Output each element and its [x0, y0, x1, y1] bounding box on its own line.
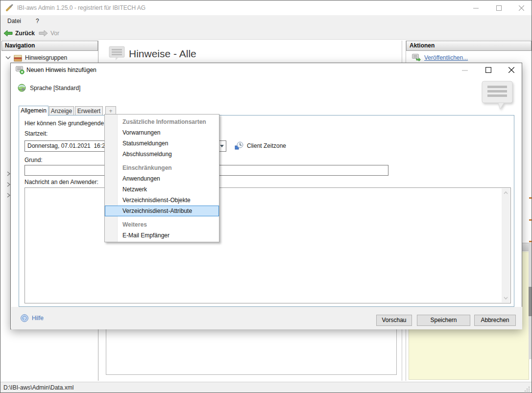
status-bar: D:\IBI-aws\Admin\Data.xml: [0, 382, 532, 393]
chevron-up-icon[interactable]: [504, 191, 508, 194]
grund-label: Grund:: [24, 157, 43, 163]
tab-allgemein[interactable]: Allgemein: [19, 106, 48, 116]
app-icon: [5, 4, 14, 12]
menu-group-header: Zusätzliche Informationsarten: [105, 116, 219, 127]
startzeit-label: Startzeit:: [24, 130, 48, 137]
speichern-button[interactable]: Speichern: [417, 315, 470, 326]
maximize-button[interactable]: [490, 0, 507, 15]
intro-text: Hier können Sie grundlegende Ei: [24, 120, 111, 127]
minimize-button[interactable]: [467, 0, 484, 15]
hinweise-bubble-icon: [109, 46, 125, 61]
chevron-down-icon[interactable]: [504, 297, 508, 300]
tab-erweitert[interactable]: Erweitert: [75, 106, 103, 116]
startzeit-value: Donnerstag, 07.01.2021 16:21: [27, 142, 108, 149]
add-hinweis-dialog: Neuen Hinweis hinzufügen Sprache [Standa…: [10, 63, 522, 329]
vorschau-button[interactable]: Vorschau: [376, 315, 412, 326]
menu-group-header: Einschränkungen: [105, 162, 219, 173]
sidebar-item-label: Hinweisgruppen: [25, 54, 67, 61]
globe-icon: [18, 84, 26, 92]
help-label: Hilfe: [32, 315, 44, 322]
client-zeitzone-row: Client Zeitzone: [235, 141, 286, 150]
allgemein-tab-page: Hier können Sie grundlegende Ei Startzei…: [19, 115, 514, 307]
forward-button[interactable]: Vor: [39, 27, 59, 40]
back-label: Zurück: [15, 30, 35, 37]
publish-link: Veröffentlichen...: [424, 54, 468, 61]
menu-datei[interactable]: Datei: [7, 15, 21, 27]
language-selector[interactable]: Sprache [Standard]: [18, 84, 80, 92]
menu-help[interactable]: ?: [36, 15, 39, 27]
nachricht-label: Nachricht an den Anwender:: [24, 179, 98, 185]
page-title: Hinweise - Alle: [129, 48, 196, 60]
scroll-mark: [529, 219, 532, 221]
hinweisgruppen-icon: [14, 54, 22, 62]
menu-item-statusmeldungen[interactable]: Statusmeldungen: [105, 138, 219, 149]
menu-group-header: Weiteres: [105, 219, 219, 230]
nachricht-textarea[interactable]: [24, 187, 511, 303]
sidebar-item-hinweisgruppen[interactable]: Hinweisgruppen: [1, 53, 67, 63]
status-file-path: D:\IBI-aws\Admin\Data.xml: [3, 382, 73, 393]
dialog-minimize-button: [459, 64, 471, 76]
menu-item-anwendungen[interactable]: Anwendungen: [105, 173, 219, 184]
publish-icon: [412, 54, 421, 61]
svg-text:?: ?: [23, 316, 26, 321]
abbrechen-button[interactable]: Abbrechen: [474, 315, 516, 326]
menu-item-verzeichnisdienst-attribute[interactable]: Verzeichnisdienst-Attribute: [105, 206, 219, 216]
language-label: Sprache [Standard]: [30, 85, 80, 92]
dialog-title: Neuen Hinweis hinzufügen: [26, 63, 97, 77]
menu-item-email-empfaenger[interactable]: E-Mail Empfänger: [105, 230, 219, 241]
back-button[interactable]: Zurück: [3, 27, 35, 40]
timezone-clock-icon: [235, 141, 243, 150]
dropdown-arrow-icon: [220, 145, 224, 147]
toolbar: Zurück Vor: [0, 27, 532, 40]
window-title: IBI-aws Admin 1.25.0 - registriert für I…: [17, 0, 145, 15]
resize-grip[interactable]: [524, 386, 530, 392]
help-icon: ?: [21, 314, 28, 322]
client-zeitzone-label: Client Zeitzone: [247, 142, 286, 149]
app-window: IBI-aws Admin 1.25.0 - registriert für I…: [0, 0, 532, 393]
watermark-bubble-icon: [482, 81, 514, 110]
forward-arrow-icon: [39, 30, 48, 37]
navigation-header: Navigation: [1, 41, 98, 51]
main-titlebar: IBI-aws Admin 1.25.0 - registriert für I…: [0, 0, 532, 15]
menu-item-abschlussmeldung[interactable]: Abschlussmeldung: [105, 149, 219, 160]
scroll-mark: [529, 241, 532, 242]
tab-anzeige[interactable]: Anzeige: [49, 106, 74, 116]
publish-action[interactable]: Veröffentlichen...: [412, 54, 468, 61]
dialog-footer: ? Hilfe Vorschau Speichern Abbrechen: [11, 307, 522, 329]
scroll-mark: [529, 197, 532, 199]
menu-item-verzeichnisdienst-objekte[interactable]: Verzeichnisdienst-Objekte: [105, 195, 219, 206]
dialog-close-button[interactable]: [506, 64, 517, 76]
information-type-menu: Zusätzliche Informationsarten Vorwarnung…: [104, 114, 219, 242]
forward-label: Vor: [50, 30, 59, 37]
dialog-maximize-button[interactable]: [483, 64, 494, 76]
actions-header: Aktionen: [406, 41, 532, 51]
dialog-bubble-add-icon: [16, 66, 24, 74]
help-link[interactable]: ? Hilfe: [21, 314, 44, 322]
menu-bar: Datei ?: [0, 15, 532, 27]
textarea-scrollbar[interactable]: [502, 188, 510, 302]
back-arrow-icon: [3, 30, 13, 37]
menu-item-vorwarnungen[interactable]: Vorwarnungen: [105, 127, 219, 138]
chevron-down-icon: [5, 56, 11, 60]
right-scrollbar-thumb[interactable]: [529, 287, 532, 316]
menu-item-netzwerk[interactable]: Netzwerk: [105, 184, 219, 195]
close-button[interactable]: [513, 0, 530, 15]
